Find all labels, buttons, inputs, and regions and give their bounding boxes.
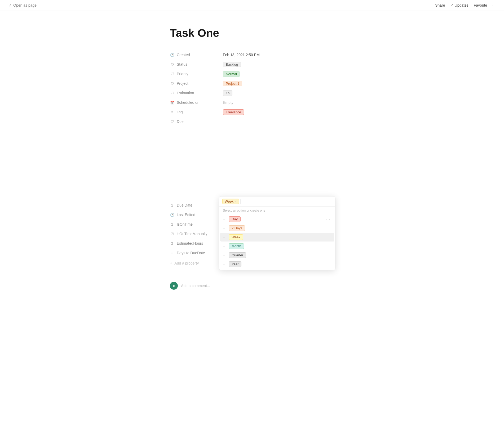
checkbox-icon: ☑	[170, 231, 175, 236]
dropdown-item-quarter[interactable]: ⠿ Quarter	[220, 251, 334, 260]
quarter-badge: Quarter	[229, 252, 246, 258]
month-badge: Month	[229, 243, 244, 249]
list-icon: ≡	[170, 110, 175, 114]
updates-label: Updates	[455, 3, 468, 7]
updates-button[interactable]: ✓ Updates	[450, 3, 468, 7]
drag-handle-2days: ⠿	[223, 226, 227, 230]
calendar-icon: 📅	[170, 100, 175, 105]
property-value-estimation[interactable]: 1h	[223, 90, 355, 96]
2days-badge: 2 Days	[229, 225, 245, 231]
property-label-isontime-manually: ☑ isOnTimeManually	[170, 231, 223, 236]
dropdown-item-year[interactable]: ⠿ Year	[220, 260, 334, 269]
property-label-priority: 🛡 Priority	[170, 72, 223, 76]
property-project: 🛡 Project Project 1	[170, 79, 355, 88]
open-as-page-icon: ↗	[8, 3, 12, 7]
property-created: 🕐 Created Feb 13, 2021 2:50 PM	[170, 50, 355, 60]
property-label-days-to-duedate: Σ Days to DueDate	[170, 251, 223, 255]
status-badge[interactable]: Backlog	[223, 62, 241, 67]
property-label-created: 🕐 Created	[170, 52, 223, 57]
property-scheduled-on: 📅 Scheduled on Empty	[170, 98, 355, 107]
check-icon: ✓	[450, 3, 454, 7]
main-content: Task One 🕐 Created Feb 13, 2021 2:50 PM …	[138, 11, 366, 309]
plus-icon: +	[170, 261, 172, 266]
page-title[interactable]: Task One	[170, 27, 355, 39]
property-label-project: 🛡 Project	[170, 81, 223, 86]
drag-handle-quarter: ⠿	[223, 253, 227, 257]
property-label-last-edited: 🕐 Last Edited	[170, 212, 223, 217]
topbar-actions: Share ✓ Updates Favorite ···	[435, 3, 496, 7]
property-due: 🛡 Due Week × Select an option or creat	[170, 117, 355, 126]
open-as-page-label: Open as page	[13, 3, 37, 7]
drag-handle-week: ⠿	[223, 235, 227, 239]
dropdown-hint: Select an option or create one	[219, 207, 335, 215]
week-tag-remove[interactable]: ×	[235, 200, 237, 203]
due-input-area[interactable]: Week ×	[219, 196, 335, 207]
due-dropdown: Week × Select an option or create one ⠿ …	[219, 196, 335, 270]
property-value-created[interactable]: Feb 13, 2021 2:50 PM	[223, 53, 355, 57]
estimation-badge[interactable]: 1h	[223, 90, 232, 96]
property-value-status[interactable]: Backlog	[223, 62, 355, 67]
week-badge: Week	[229, 234, 243, 240]
property-estimation: 🛡 Estimation 1h	[170, 88, 355, 98]
property-label-status: 🛡 Status	[170, 62, 223, 67]
avatar: k	[170, 282, 178, 290]
shield-icon-due: 🛡	[170, 119, 175, 124]
share-button[interactable]: Share	[435, 3, 445, 7]
property-value-scheduled-on[interactable]: Empty	[223, 100, 355, 105]
property-label-due-date: Σ Due Date	[170, 203, 223, 208]
drag-handle-year: ⠿	[223, 262, 227, 266]
property-label-estimation: 🛡 Estimation	[170, 91, 223, 95]
more-options-day[interactable]: ···	[325, 217, 331, 222]
priority-badge[interactable]: Normal	[223, 71, 240, 77]
day-badge: Day	[229, 216, 241, 222]
year-badge: Year	[229, 261, 241, 267]
dropdown-item-day[interactable]: ⠿ Day ···	[220, 215, 334, 224]
comment-area: k Add a comment...	[170, 279, 355, 293]
more-button[interactable]: ···	[492, 3, 496, 7]
shield-icon-status: 🛡	[170, 62, 175, 67]
property-label-estimated-hours: Σ EstimatedHours	[170, 241, 223, 246]
open-as-page-button[interactable]: ↗ Open as page	[8, 3, 37, 7]
text-cursor	[241, 199, 241, 204]
dropdown-item-week[interactable]: ⠿ Week	[220, 233, 334, 242]
property-label-isontime: Σ IsOnTime	[170, 222, 223, 227]
sigma-icon-due-date: Σ	[170, 203, 175, 208]
drag-handle-month: ⠿	[223, 244, 227, 248]
sigma-icon-days-to-duedate: Σ	[170, 251, 175, 255]
shield-icon-estimation: 🛡	[170, 91, 175, 95]
comment-input[interactable]: Add a comment...	[181, 284, 210, 288]
favorite-button[interactable]: Favorite	[474, 3, 487, 7]
sigma-icon-isontime: Σ	[170, 222, 175, 227]
dropdown-item-month[interactable]: ⠿ Month	[220, 242, 334, 251]
topbar: ↗ Open as page Share ✓ Updates Favorite …	[0, 0, 504, 11]
drag-handle-day: ⠿	[223, 217, 227, 221]
week-tag[interactable]: Week ×	[222, 199, 239, 204]
sigma-icon-estimated-hours: Σ	[170, 241, 175, 246]
property-value-tag[interactable]: Freelance	[223, 109, 355, 115]
property-tag: ≡ Tag Freelance	[170, 107, 355, 117]
shield-icon-project: 🛡	[170, 81, 175, 86]
tag-badge[interactable]: Freelance	[223, 109, 244, 115]
properties-list: 🕐 Created Feb 13, 2021 2:50 PM 🛡 Status …	[170, 50, 355, 258]
project-badge[interactable]: Project 1	[223, 81, 242, 86]
divider	[170, 273, 355, 273]
shield-icon-priority: 🛡	[170, 72, 175, 76]
property-label-scheduled-on: 📅 Scheduled on	[170, 100, 223, 105]
property-value-project[interactable]: Project 1	[223, 81, 355, 86]
property-label-due: 🛡 Due	[170, 119, 223, 124]
property-priority: 🛡 Priority Normal	[170, 69, 355, 79]
property-status: 🛡 Status Backlog	[170, 60, 355, 69]
clock-icon-last-edited: 🕐	[170, 212, 175, 217]
clock-icon: 🕐	[170, 52, 175, 57]
property-value-priority[interactable]: Normal	[223, 71, 355, 77]
property-label-tag: ≡ Tag	[170, 110, 223, 114]
dropdown-item-2days[interactable]: ⠿ 2 Days	[220, 224, 334, 233]
